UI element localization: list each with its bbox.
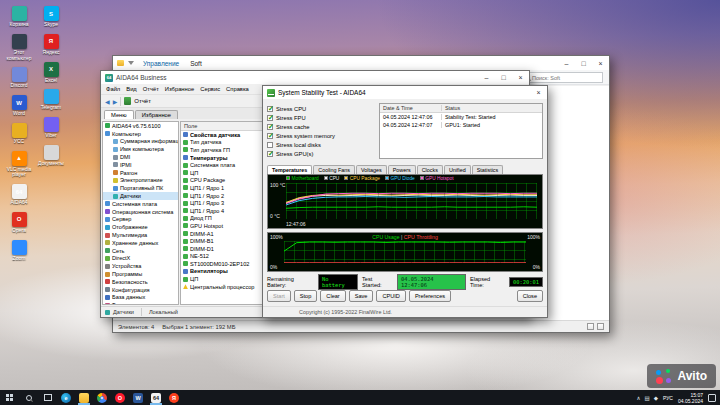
legend-item[interactable]: Motherboard [286, 176, 319, 181]
tree-item[interactable]: DirectX [103, 255, 178, 263]
stability-tab[interactable]: Voltages [356, 165, 387, 174]
desktop-icon[interactable]: Discord [4, 67, 34, 89]
stress-checkbox-row[interactable]: Stress cache [267, 123, 375, 131]
stress-checkbox-row[interactable]: Stress GPU(s) [267, 150, 375, 158]
close-button[interactable]: × [592, 56, 609, 70]
stress-checkbox-row[interactable]: Stress FPU [267, 114, 375, 122]
thumbnail-view-icon[interactable] [597, 323, 604, 330]
tree-item[interactable]: Устройства [103, 262, 178, 270]
tree-item[interactable]: IPMI [103, 161, 178, 169]
taskbar-app[interactable] [75, 390, 93, 405]
stress-checkbox-row[interactable]: Stress local disks [267, 141, 375, 149]
tree-item[interactable]: Конфигурация [103, 286, 178, 294]
desktop-icon[interactable]: W Word [4, 95, 34, 117]
start-button[interactable] [0, 390, 19, 405]
tree-item[interactable]: Операционная система [103, 208, 178, 216]
checkbox-icon[interactable] [267, 106, 273, 112]
action-center-icon[interactable] [708, 394, 716, 402]
log-column-status[interactable]: Status [442, 105, 542, 111]
tree-item[interactable]: Отображение [103, 223, 178, 231]
desktop-icon[interactable]: Документы [36, 145, 66, 167]
stability-button[interactable]: Start [267, 290, 291, 302]
legend-item[interactable]: GPU Hotspot [420, 176, 454, 181]
desktop-icon[interactable]: S Skype [36, 6, 66, 28]
tree-item[interactable]: Компьютер [103, 130, 178, 138]
tree-item[interactable]: Суммарная информация [103, 138, 178, 146]
desktop-icon[interactable]: 64 AIDA64 [4, 184, 34, 206]
taskbar-search-button[interactable] [19, 390, 38, 405]
tree-item[interactable]: База данных [103, 294, 178, 302]
desktop-icon[interactable]: O Opera [4, 212, 34, 234]
stability-button[interactable]: Preferences [409, 290, 451, 302]
stability-tab[interactable]: Unified [444, 165, 471, 174]
tree-item[interactable]: Мультимедиа [103, 231, 178, 239]
search-input[interactable] [532, 75, 600, 81]
panel-tab[interactable]: Избранное [135, 110, 178, 119]
explorer-context-tab[interactable]: Управление [143, 60, 179, 67]
legend-item[interactable]: CPU Package [344, 176, 380, 181]
taskbar-app[interactable]: 64 [147, 390, 165, 405]
checkbox-icon[interactable] [267, 151, 273, 157]
desktop-icon[interactable]: Корзина [4, 6, 34, 28]
chevron-down-icon[interactable] [128, 61, 134, 65]
tree-item[interactable]: Имя компьютера [103, 145, 178, 153]
stress-checkbox-row[interactable]: Stress system memory [267, 132, 375, 140]
explorer-search-box[interactable] [523, 72, 603, 83]
tree-item[interactable]: Портативный ПК [103, 184, 178, 192]
tray-icon[interactable]: ▤ [645, 395, 650, 401]
tree-item[interactable]: Разгон [103, 169, 178, 177]
close-dialog-button[interactable]: Close [517, 290, 543, 302]
tree-item[interactable]: Сервер [103, 216, 178, 224]
checkbox-icon[interactable] [267, 124, 273, 130]
desktop-icon[interactable]: Viber [36, 117, 66, 139]
minimize-button[interactable]: – [478, 71, 495, 84]
tree-item[interactable]: Системная плата [103, 200, 178, 208]
desktop-icon[interactable]: X Excel [36, 62, 66, 84]
stability-tab[interactable]: Powers [388, 165, 416, 174]
stability-titlebar[interactable]: System Stability Test - AIDA64 × [263, 86, 547, 99]
aida64-titlebar[interactable]: 64 AIDA64 Business – □ × [101, 71, 529, 84]
stability-button[interactable]: Save [349, 290, 374, 302]
stability-tab[interactable]: Cooling Fans [313, 165, 355, 174]
desktop-icon[interactable]: Zoom [4, 240, 34, 262]
taskbar-app[interactable]: W [129, 390, 147, 405]
menu-item[interactable]: Избранное [162, 86, 197, 92]
checkbox-icon[interactable] [267, 133, 273, 139]
tree-item[interactable]: Электропитание [103, 177, 178, 185]
legend-item[interactable]: GPU Diode [385, 176, 415, 181]
desktop-icon[interactable]: Этот компьютер [4, 34, 34, 62]
tree-item[interactable]: Датчики [103, 192, 178, 200]
back-icon[interactable]: ◀ [105, 98, 110, 105]
taskbar-clock[interactable]: 15:07 04.05.2024 [678, 392, 703, 404]
task-view-button[interactable] [38, 390, 57, 405]
checkbox-icon[interactable] [267, 115, 273, 121]
legend-item[interactable]: CPU [324, 176, 340, 181]
tree-item[interactable]: Сеть [103, 247, 178, 255]
panel-tab[interactable]: Меню [104, 110, 134, 119]
language-indicator[interactable]: РУС [663, 395, 673, 401]
tree-item[interactable]: DMI [103, 153, 178, 161]
stability-button[interactable]: CPUID [376, 290, 405, 302]
desktop-icon[interactable]: Я Яндекс [36, 34, 66, 56]
explorer-titlebar[interactable]: Управление Soft – □ × [113, 56, 609, 70]
tray-icon[interactable]: ◆ [654, 395, 658, 401]
tree-item[interactable]: Тест [103, 301, 178, 305]
taskbar-app[interactable]: Я [165, 390, 183, 405]
maximize-button[interactable]: □ [495, 71, 512, 84]
taskbar-app[interactable] [93, 390, 111, 405]
stability-tab[interactable]: Clocks [417, 165, 443, 174]
tree-item[interactable]: Хранение данных [103, 239, 178, 247]
taskbar-app[interactable]: O [111, 390, 129, 405]
desktop-icon[interactable]: ▲ VLC media player [4, 151, 34, 179]
menu-item[interactable]: Файл [103, 86, 123, 92]
taskbar-app[interactable]: e [57, 390, 75, 405]
stability-button[interactable]: Stop [294, 290, 318, 302]
desktop-icon[interactable]: УСС [4, 123, 34, 145]
menu-item[interactable]: Сервис [197, 86, 223, 92]
tray-icon[interactable]: ∧ [636, 395, 640, 401]
list-view-icon[interactable] [587, 323, 594, 330]
forward-icon[interactable]: ▶ [113, 98, 118, 105]
close-button[interactable]: × [530, 86, 547, 99]
log-column-datetime[interactable]: Date & Time [380, 105, 442, 111]
menu-item[interactable]: Вид [123, 86, 140, 92]
